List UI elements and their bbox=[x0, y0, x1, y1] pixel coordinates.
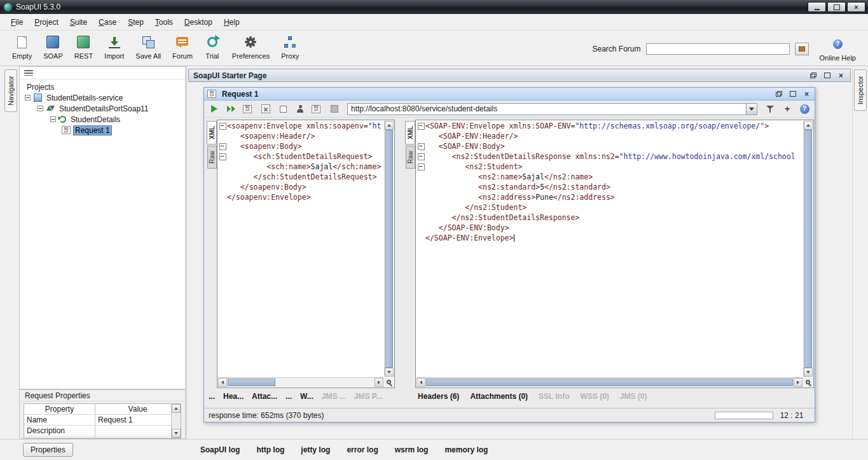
menu-project[interactable]: Project bbox=[29, 15, 64, 29]
toolbar-button-save-all[interactable]: Save All bbox=[130, 32, 167, 66]
endpoint-dropdown-icon[interactable] bbox=[746, 104, 757, 115]
collapse-icon[interactable] bbox=[25, 95, 31, 101]
request-inspector-tab[interactable]: ... bbox=[286, 392, 292, 401]
menu-suite[interactable]: Suite bbox=[64, 15, 93, 29]
log-tab-soapui[interactable]: SoapUI log bbox=[200, 445, 240, 454]
tree-item-port[interactable]: StudentDetailsPortSoap11 bbox=[20, 103, 185, 114]
async-submit-button[interactable] bbox=[224, 102, 238, 115]
navigator-tab[interactable]: Navigator bbox=[4, 69, 17, 112]
request-help-button[interactable]: ? bbox=[797, 102, 811, 115]
vertical-scrollbar[interactable] bbox=[803, 121, 813, 377]
collapse-icon[interactable] bbox=[38, 106, 43, 111]
properties-scrollbar[interactable] bbox=[171, 404, 181, 438]
scroll-left-icon[interactable] bbox=[218, 378, 227, 387]
property-value-cell[interactable]: 319 bbox=[95, 436, 181, 438]
close-button[interactable]: × bbox=[802, 90, 811, 98]
toolbar-button-trial[interactable]: Trial bbox=[198, 32, 226, 66]
starter-page-bar[interactable]: SoapUI Starter Page × bbox=[188, 69, 851, 82]
online-help-button[interactable]: ? Online Help bbox=[814, 34, 862, 64]
table-row[interactable]: Message Size 319 bbox=[24, 436, 181, 438]
restore-button[interactable] bbox=[774, 90, 783, 98]
horizontal-scrollbar[interactable] bbox=[417, 377, 803, 387]
endpoint-url[interactable]: http://localhost:8080/service/student-de… bbox=[348, 104, 746, 113]
layout-filter-button[interactable] bbox=[763, 102, 777, 115]
response-inspector-tab[interactable]: Headers (6) bbox=[418, 392, 459, 401]
scroll-up-icon[interactable] bbox=[385, 121, 394, 130]
tab-xml[interactable]: XML bbox=[405, 121, 415, 144]
request-xml-content[interactable]: <soapenv:Envelope xmlns:soapenv="ht <soa… bbox=[218, 121, 383, 377]
request-inspector-tab[interactable]: ... bbox=[209, 392, 215, 401]
request-inspector-tab[interactable]: Attac... bbox=[252, 392, 277, 401]
menu-tools[interactable]: Tools bbox=[149, 15, 179, 29]
search-forum-input[interactable] bbox=[646, 43, 790, 55]
create-empty-button[interactable] bbox=[276, 102, 290, 115]
response-xml-content[interactable]: <SOAP-ENV:Envelope xmlns:SOAP-ENV="http:… bbox=[417, 121, 803, 377]
toolbar-button-rest[interactable]: REST bbox=[69, 32, 99, 66]
tree-options-icon[interactable] bbox=[24, 70, 33, 76]
property-value-cell[interactable]: Request 1 bbox=[95, 415, 181, 425]
menu-file[interactable]: File bbox=[5, 15, 29, 29]
dump-button[interactable] bbox=[327, 102, 341, 115]
scroll-down-icon[interactable] bbox=[804, 368, 813, 377]
fold-toggle-icon[interactable] bbox=[417, 162, 425, 172]
log-tab-jetty[interactable]: jetty log bbox=[301, 445, 330, 454]
maximize-button[interactable] bbox=[822, 71, 832, 80]
close-button[interactable]: × bbox=[836, 71, 846, 80]
property-value-cell[interactable] bbox=[95, 426, 181, 436]
response-xml-editor[interactable]: <SOAP-ENV:Envelope xmlns:SOAP-ENV="http:… bbox=[415, 120, 814, 388]
horizontal-scrollbar[interactable] bbox=[218, 377, 383, 387]
scroll-right-icon[interactable] bbox=[375, 378, 383, 387]
menu-step[interactable]: Step bbox=[122, 15, 149, 29]
tab-raw[interactable]: Raw bbox=[406, 146, 415, 169]
toolbar-button-proxy[interactable]: Proxy bbox=[275, 32, 305, 66]
scrollbar-thumb[interactable] bbox=[385, 130, 393, 368]
request-window-titlebar[interactable]: SOAP Request 1 × bbox=[204, 88, 815, 101]
menu-help[interactable]: Help bbox=[218, 15, 245, 29]
vertical-scrollbar[interactable] bbox=[384, 121, 394, 377]
response-inspector-tab[interactable]: Attachments (0) bbox=[470, 392, 528, 401]
toolbar-button-preferences[interactable]: Preferences bbox=[226, 32, 275, 66]
scroll-right-icon[interactable] bbox=[794, 378, 803, 387]
menu-case[interactable]: Case bbox=[93, 15, 122, 29]
properties-toggle-button[interactable]: Properties bbox=[23, 443, 73, 457]
maximize-button[interactable] bbox=[827, 2, 846, 12]
menu-desktop[interactable]: Desktop bbox=[179, 15, 218, 29]
fold-toggle-icon[interactable] bbox=[218, 121, 227, 131]
request-inspector-tab[interactable]: Hea... bbox=[223, 392, 244, 401]
tree-item-service[interactable]: StudentDetails-service bbox=[20, 92, 185, 103]
collapse-icon[interactable] bbox=[50, 116, 56, 122]
toolbar-button-empty[interactable]: Empty bbox=[6, 32, 38, 66]
endpoint-combo[interactable]: http://localhost:8080/service/student-de… bbox=[347, 103, 757, 115]
scroll-up-icon[interactable] bbox=[804, 121, 813, 130]
toolbar-button-forum[interactable]: Forum bbox=[167, 32, 198, 66]
tree-item-operation[interactable]: StudentDetails bbox=[20, 114, 185, 125]
scroll-down-icon[interactable] bbox=[385, 368, 394, 377]
scroll-up-icon[interactable] bbox=[172, 404, 181, 413]
scroll-left-icon[interactable] bbox=[417, 378, 425, 387]
maximize-button[interactable] bbox=[788, 90, 797, 98]
cancel-request-button[interactable] bbox=[259, 102, 273, 115]
fold-toggle-icon[interactable] bbox=[417, 151, 425, 162]
tree-item-request[interactable]: SOAP Request 1 bbox=[20, 125, 185, 136]
scrollbar-thumb[interactable] bbox=[228, 379, 275, 386]
inspector-tab[interactable]: Inspector bbox=[854, 69, 867, 111]
tab-raw[interactable]: Raw bbox=[207, 146, 217, 169]
fold-toggle-icon[interactable] bbox=[218, 141, 227, 151]
fold-toggle-icon[interactable] bbox=[218, 151, 227, 162]
log-tab-error[interactable]: error log bbox=[347, 445, 378, 454]
titlebar[interactable]: SoapUI 5.3.0 × bbox=[0, 0, 868, 14]
editor-zoom-corner[interactable] bbox=[384, 377, 394, 387]
tree-root-projects[interactable]: Projects bbox=[20, 81, 185, 92]
minimize-button[interactable] bbox=[808, 2, 826, 12]
credentials-button[interactable] bbox=[293, 102, 307, 115]
submit-request-button[interactable] bbox=[207, 102, 221, 115]
table-row[interactable]: Name Request 1 bbox=[24, 415, 181, 426]
close-button[interactable]: × bbox=[847, 2, 865, 12]
request-xml-editor[interactable]: <soapenv:Envelope xmlns:soapenv="ht <soa… bbox=[217, 120, 395, 388]
table-row[interactable]: Description bbox=[24, 426, 181, 436]
scroll-down-icon[interactable] bbox=[172, 429, 181, 438]
log-tab-http[interactable]: http log bbox=[256, 445, 284, 454]
toolbar-button-soap[interactable]: SOAP bbox=[38, 32, 69, 66]
soap-action-button[interactable]: SOAP bbox=[310, 102, 324, 115]
tab-xml[interactable]: XML bbox=[207, 121, 217, 144]
